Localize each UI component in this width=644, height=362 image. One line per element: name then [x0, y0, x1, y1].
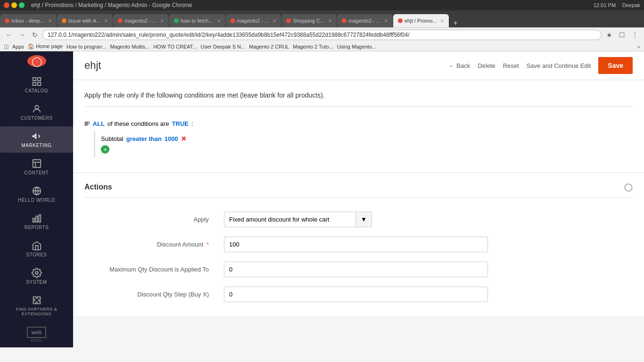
- save-continue-button[interactable]: Save and Continue Edit: [527, 62, 591, 69]
- tab-label: magento2 - ...: [348, 18, 380, 24]
- tab-fetch[interactable]: how to fetch... ✕: [169, 14, 225, 27]
- address-bar: ← → ↻ ★ ☐ ⋮: [0, 27, 644, 42]
- tab-close-icon[interactable]: ✕: [328, 18, 332, 24]
- tab-mag2[interactable]: magento2 - ... ✕: [226, 14, 281, 27]
- sidebar-item-customers[interactable]: CUSTOMERS: [0, 99, 73, 125]
- delete-button[interactable]: Delete: [478, 62, 495, 69]
- discount-amount-input[interactable]: [224, 237, 488, 252]
- true-link[interactable]: TRUE: [172, 120, 189, 127]
- tab-close-icon[interactable]: ✕: [160, 18, 164, 24]
- bookmark-user[interactable]: User Deepak S N...: [200, 44, 245, 49]
- sidebar-item-catalog[interactable]: CATALOG: [0, 72, 73, 98]
- bookmark-magento-tuto[interactable]: Magento 2 Tuto...: [293, 44, 333, 49]
- sidebar-item-hello-world[interactable]: HELLO WORLD: [0, 181, 73, 207]
- browser-title: ehjt / Promotions / Marketing / Magento …: [31, 2, 192, 8]
- reset-button[interactable]: Reset: [503, 62, 519, 69]
- discount-qty-step-label: Discount Qty Step (Buy X): [84, 282, 216, 307]
- extensions-button[interactable]: ☐: [617, 30, 627, 40]
- tab-ehjt[interactable]: ehjt / Promo... ✕: [393, 14, 449, 27]
- bookmark-how[interactable]: How to progran...: [66, 44, 106, 49]
- tab-label: Issue with A...: [68, 18, 100, 24]
- max-qty-label: Maximum Qty Discount is Applied To: [84, 257, 216, 282]
- url-input[interactable]: [42, 30, 602, 40]
- globe-icon: [32, 186, 42, 196]
- discount-qty-step-input[interactable]: [224, 287, 488, 302]
- tab-close-icon[interactable]: ✕: [440, 18, 444, 24]
- tab-close-icon[interactable]: ✕: [104, 18, 108, 24]
- sidebar-item-label: CATALOG: [25, 88, 49, 93]
- discount-qty-step-value-cell: [216, 282, 633, 307]
- apps-icon: ◫: [4, 43, 8, 49]
- bookmarks-more[interactable]: »: [637, 44, 640, 49]
- actions-section: Actions ◯ Apply Percent of product price…: [73, 173, 644, 316]
- bookmark-home[interactable]: 🏠 Home page: [28, 43, 63, 49]
- condition-delete-button[interactable]: ✖: [181, 135, 187, 142]
- back-button[interactable]: ← Back: [448, 62, 470, 69]
- arrow-left-icon: ←: [448, 62, 454, 69]
- max-qty-input[interactable]: [224, 262, 488, 277]
- menu-button[interactable]: ⋮: [630, 30, 640, 40]
- sidebar-item-label: MARKETING: [22, 143, 52, 148]
- layout-icon: [32, 158, 42, 169]
- tab-label: Inbox - deep...: [11, 18, 44, 24]
- sidebar-item-label: REPORTS: [25, 225, 49, 230]
- add-condition-button[interactable]: +: [101, 145, 109, 154]
- tab-close-icon[interactable]: ✕: [48, 18, 52, 24]
- sidebar-item-system[interactable]: SYSTEM: [0, 263, 73, 289]
- bookmark-how-create[interactable]: HOW TO CREAT...: [153, 44, 197, 49]
- tab-label: Shopping C...: [293, 18, 324, 24]
- sidebar: ◯ CATALOG CUSTOMERS MARKETING CONTENT HE…: [0, 51, 73, 347]
- store-icon: [32, 240, 42, 251]
- bookmark-using-magento[interactable]: Using Magento...: [337, 44, 376, 49]
- condition-operator-link[interactable]: greater than: [126, 135, 162, 142]
- of-these-label: of these conditions are: [107, 120, 169, 127]
- gear-icon: [32, 268, 42, 278]
- bookmark-magento-multi[interactable]: Magento Multis...: [110, 44, 149, 49]
- tab-shopping[interactable]: Shopping C... ✕: [281, 14, 337, 27]
- tab-mag1[interactable]: magento2 - ... ✕: [113, 14, 169, 27]
- tab-close-icon[interactable]: ✕: [384, 18, 388, 24]
- bookmark-apps[interactable]: Apps: [12, 44, 24, 49]
- reload-button[interactable]: ↻: [30, 30, 40, 40]
- condition-indent: Subtotal greater than 1000 ✖ +: [94, 131, 633, 157]
- condition-value-link[interactable]: 1000: [165, 135, 178, 142]
- puzzle-icon: [32, 295, 42, 305]
- page-title: ehjt: [84, 59, 101, 72]
- discount-qty-step-row: Discount Qty Step (Buy X): [84, 282, 633, 307]
- sidebar-item-stores[interactable]: STORES: [0, 236, 73, 262]
- add-condition-row: +: [101, 145, 633, 154]
- person-icon: [32, 104, 42, 114]
- tab-mag3[interactable]: magento2 - ... ✕: [337, 14, 393, 27]
- tab-label: magento2 - ...: [237, 18, 269, 24]
- colon: :: [191, 120, 193, 127]
- apply-select[interactable]: Percent of product price discount Fixed …: [224, 212, 356, 227]
- chart-icon: [32, 213, 42, 223]
- svg-rect-3: [37, 82, 40, 85]
- svg-point-12: [35, 272, 38, 274]
- sidebar-item-find-partners[interactable]: FIND PARTNERS & EXTENSIONS: [0, 290, 73, 321]
- svg-point-4: [35, 106, 38, 109]
- svg-rect-5: [33, 160, 41, 168]
- window-controls: [4, 2, 25, 8]
- apply-select-arrow[interactable]: ▼: [356, 212, 372, 227]
- new-tab-button[interactable]: +: [449, 19, 461, 27]
- sidebar-item-reports[interactable]: REPORTS: [0, 208, 73, 235]
- forward-nav-button[interactable]: →: [17, 30, 27, 40]
- bookmark-button[interactable]: ★: [604, 30, 614, 40]
- sidebar-item-content[interactable]: CONTENT: [0, 154, 73, 180]
- tab-close-icon[interactable]: ✕: [272, 18, 276, 24]
- tab-close-icon[interactable]: ✕: [217, 18, 221, 24]
- svg-rect-1: [37, 78, 40, 81]
- tab-issue[interactable]: Issue with A... ✕: [57, 14, 113, 27]
- collapse-button[interactable]: ◯: [624, 182, 633, 191]
- apply-label: Apply: [84, 207, 216, 232]
- tab-label: how to fetch...: [181, 18, 213, 24]
- all-link[interactable]: ALL: [93, 120, 105, 127]
- save-button[interactable]: Save: [598, 57, 633, 74]
- sidebar-item-label: CONTENT: [25, 170, 49, 175]
- tab-label: magento2 - ...: [124, 18, 157, 24]
- sidebar-item-marketing[interactable]: MARKETING: [0, 126, 73, 153]
- bookmark-magento-crud[interactable]: Magento 2 CRUL: [249, 44, 289, 49]
- back-nav-button[interactable]: ←: [4, 30, 14, 40]
- tab-inbox[interactable]: Inbox - deep... ✕: [0, 14, 57, 27]
